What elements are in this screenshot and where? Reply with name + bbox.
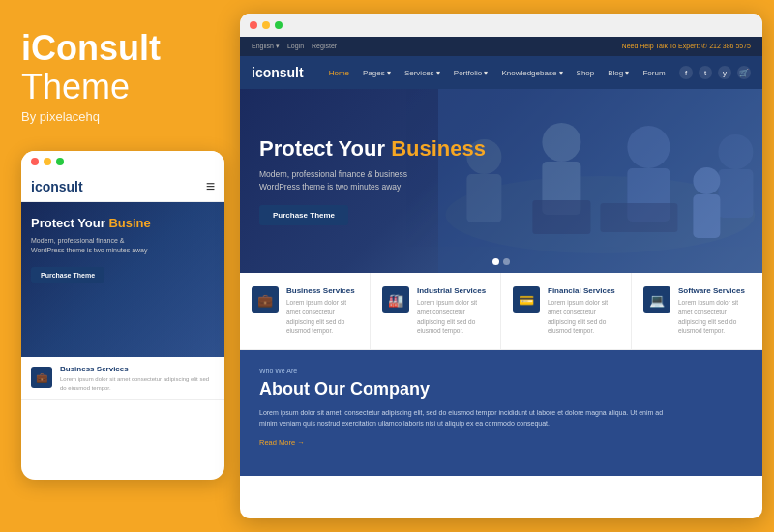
site-nav-logo: iconsult <box>252 65 304 80</box>
service-card-industrial: 🏭 Industrial Services Lorem ipsum dolor … <box>371 273 501 349</box>
industrial-service-title: Industrial Services <box>417 286 489 295</box>
desktop-dot-yellow <box>262 21 270 29</box>
nav-forum[interactable]: Forum <box>637 65 670 81</box>
hero-dots <box>492 258 510 265</box>
left-panel: iConsult Theme By pixelacehq iconsult ≡ … <box>0 0 237 532</box>
site-nav-icons: f t y 🛒 <box>679 66 751 79</box>
nav-pages[interactable]: Pages ▾ <box>357 65 397 81</box>
nav-services[interactable]: Services ▾ <box>399 65 446 81</box>
facebook-icon[interactable]: f <box>679 66 693 79</box>
business-service-info: Business Services Lorem ipsum dolor sit … <box>286 286 358 336</box>
brand-author: By pixelacehq <box>21 109 100 124</box>
site-hero-title: Protect Your Business <box>259 136 486 161</box>
financial-service-icon: 💳 <box>513 286 540 313</box>
business-service-desc: Lorem ipsum dolor sit amet consectetur a… <box>286 298 358 336</box>
service-card-business: 💼 Business Services Lorem ipsum dolor si… <box>240 273 371 349</box>
site-topbar-left: English ▾ Login Register <box>252 43 337 50</box>
business-service-icon: 💼 <box>252 286 279 313</box>
nav-home[interactable]: Home <box>323 65 355 81</box>
software-service-icon: 💻 <box>643 286 670 313</box>
hamburger-icon[interactable]: ≡ <box>206 178 215 195</box>
site-topbar: English ▾ Login Register Need Help Talk … <box>240 37 762 56</box>
site-topbar-right: Need Help Talk To Expert: ✆ 212 386 5575 <box>622 43 751 50</box>
svg-rect-13 <box>601 203 678 232</box>
financial-service-title: Financial Services <box>548 286 619 295</box>
mobile-service-desc: Lorem ipsum dolor sit amet consectetur a… <box>60 375 215 392</box>
youtube-icon[interactable]: y <box>718 66 731 79</box>
desktop-top-bar <box>240 14 762 37</box>
about-title: About Our Company <box>259 379 743 399</box>
svg-point-6 <box>628 126 670 168</box>
nav-shop[interactable]: Shop <box>571 65 601 81</box>
mobile-mockup: iconsult ≡ Protect Your Busine Modern, p… <box>21 151 224 480</box>
software-service-desc: Lorem ipsum dolor sit amet consectetur a… <box>678 298 751 336</box>
site-nav-items: Home Pages ▾ Services ▾ Portfolio ▾ Know… <box>323 65 679 81</box>
svg-rect-11 <box>694 194 721 238</box>
hero-image <box>438 89 762 273</box>
read-more-button[interactable]: Read More → <box>259 438 743 447</box>
software-service-info: Software Services Lorem ipsum dolor sit … <box>678 286 751 336</box>
hero-dot-2[interactable] <box>503 258 510 265</box>
mobile-service-icon: 💼 <box>31 367 52 388</box>
site-services: 💼 Business Services Lorem ipsum dolor si… <box>240 273 762 350</box>
site-hero: Protect Your Business Modern, profession… <box>240 89 762 273</box>
software-service-title: Software Services <box>678 286 751 295</box>
site-purchase-button[interactable]: Purchase Theme <box>259 205 348 225</box>
industrial-service-desc: Lorem ipsum dolor sit amet consectetur a… <box>417 298 489 336</box>
service-card-financial: 💳 Financial Services Lorem ipsum dolor s… <box>501 273 632 349</box>
svg-rect-12 <box>533 200 591 234</box>
mobile-purchase-button[interactable]: Purchase Theme <box>31 267 104 283</box>
mobile-service-text: Business Services Lorem ipsum dolor sit … <box>60 365 215 392</box>
topbar-login[interactable]: Login <box>287 43 304 50</box>
svg-point-4 <box>543 123 581 162</box>
industrial-service-info: Industrial Services Lorem ipsum dolor si… <box>417 286 489 336</box>
financial-service-info: Financial Services Lorem ipsum dolor sit… <box>548 286 619 336</box>
topbar-english[interactable]: English ▾ <box>252 43 280 50</box>
nav-blog[interactable]: Blog ▾ <box>602 65 635 81</box>
cart-icon[interactable]: 🛒 <box>737 66 751 79</box>
mobile-hero: Protect Your Busine Modern, professional… <box>21 202 224 357</box>
site-hero-content: Protect Your Business Modern, profession… <box>240 136 486 226</box>
industrial-service-icon: 🏭 <box>382 286 409 313</box>
hero-dot-1[interactable] <box>492 258 499 265</box>
twitter-icon[interactable]: t <box>699 66 712 79</box>
financial-service-desc: Lorem ipsum dolor sit amet consectetur a… <box>548 298 619 336</box>
about-text: Lorem ipsum dolor sit amet, consectetur … <box>259 407 666 429</box>
desktop-dot-red <box>250 21 257 29</box>
nav-knowledgebase[interactable]: Knowledgebase ▾ <box>495 65 568 81</box>
dot-green <box>56 158 64 165</box>
mobile-top-bar <box>21 151 224 172</box>
site-about: Who We Are About Our Company Lorem ipsum… <box>240 350 762 476</box>
business-service-title: Business Services <box>286 286 358 295</box>
dot-red <box>31 158 39 165</box>
desktop-dot-green <box>275 21 283 29</box>
mobile-hero-desc: Modern, professional finance &WordPress … <box>31 236 215 255</box>
svg-point-10 <box>694 167 721 194</box>
service-card-software: 💻 Software Services Lorem ipsum dolor si… <box>632 273 762 349</box>
svg-point-8 <box>719 134 754 169</box>
nav-portfolio[interactable]: Portfolio ▾ <box>448 65 494 81</box>
mobile-logo: iconsult <box>31 179 83 194</box>
brand-title: iConsult Theme <box>21 29 161 105</box>
svg-rect-9 <box>719 169 754 218</box>
mobile-hero-title: Protect Your Busine <box>31 216 215 231</box>
about-label: Who We Are <box>259 368 743 374</box>
topbar-register[interactable]: Register <box>312 43 337 50</box>
mobile-services: 💼 Business Services Lorem ipsum dolor si… <box>21 357 224 400</box>
dot-yellow <box>44 158 51 165</box>
mobile-service-title: Business Services <box>60 365 215 373</box>
mobile-hero-content: Protect Your Busine Modern, professional… <box>31 216 215 283</box>
mobile-nav: iconsult ≡ <box>21 172 224 202</box>
site-navbar: iconsult Home Pages ▾ Services ▾ Portfol… <box>240 56 762 89</box>
site-hero-desc: Modern, professional finance & businessW… <box>259 168 486 193</box>
desktop-mockup: English ▾ Login Register Need Help Talk … <box>240 14 762 518</box>
